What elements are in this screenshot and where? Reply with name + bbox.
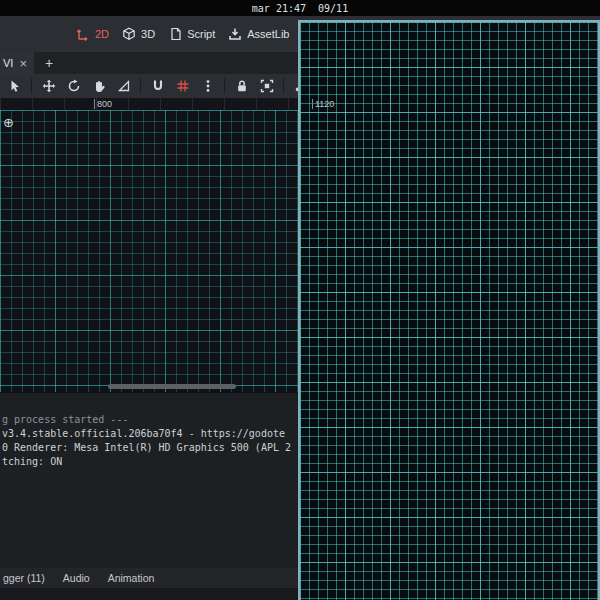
tab-debugger[interactable]: gger (11) [0, 568, 54, 588]
pan-tool-icon[interactable] [86, 76, 111, 96]
system-clock: mar 21:47 09/11 [252, 3, 348, 14]
new-scene-tab-button[interactable]: + [39, 52, 59, 74]
3d-cube-icon [122, 27, 136, 41]
running-game-window[interactable] [298, 20, 600, 600]
toolbar-separator [140, 78, 141, 94]
scene-tab[interactable]: VI × [0, 52, 34, 74]
assetlib-download-icon [228, 27, 242, 41]
workspace-3d-button[interactable]: 3D [122, 27, 155, 41]
toolbar-separator [31, 78, 32, 94]
toolbar-separator [224, 78, 225, 94]
2d-axes-icon [76, 27, 90, 41]
select-tool-icon[interactable] [2, 76, 27, 96]
workspace-2d-label: 2D [95, 28, 109, 40]
lock-icon[interactable] [229, 76, 254, 96]
workspace-assetlib-label: AssetLib [247, 28, 289, 40]
workspace-script-button[interactable]: Script [168, 27, 215, 41]
workspace-script-label: Script [187, 28, 215, 40]
tab-animation[interactable]: Animation [99, 568, 164, 588]
system-top-bar: mar 21:47 09/11 [0, 0, 600, 16]
origin-marker-icon: ⊕ [3, 115, 14, 130]
smart-snap-magnet-icon[interactable] [145, 76, 170, 96]
tab-close-icon[interactable]: × [19, 57, 27, 70]
group-icon[interactable] [254, 76, 279, 96]
workspace-2d-button[interactable]: 2D [76, 27, 109, 41]
snap-options-dots-icon[interactable] [195, 76, 220, 96]
toolbar-separator [283, 78, 284, 94]
tab-audio[interactable]: Audio [54, 568, 99, 588]
rotate-tool-icon[interactable] [61, 76, 86, 96]
ruler-mark-1120: 1120 [312, 99, 334, 109]
ruler-mark-800: 800 [94, 99, 112, 109]
grid-snap-icon[interactable] [170, 76, 195, 96]
workspace-assetlib-button[interactable]: AssetLib [228, 27, 289, 41]
workspace-3d-label: 3D [141, 28, 155, 40]
move-tool-icon[interactable] [36, 76, 61, 96]
screen: mar 21:47 09/11 2D 3D Script [0, 0, 600, 600]
horizontal-scrollbar-thumb[interactable] [108, 384, 236, 389]
script-icon [168, 27, 182, 41]
ruler-tool-icon[interactable] [111, 76, 136, 96]
scene-tab-label: VI [3, 57, 13, 69]
